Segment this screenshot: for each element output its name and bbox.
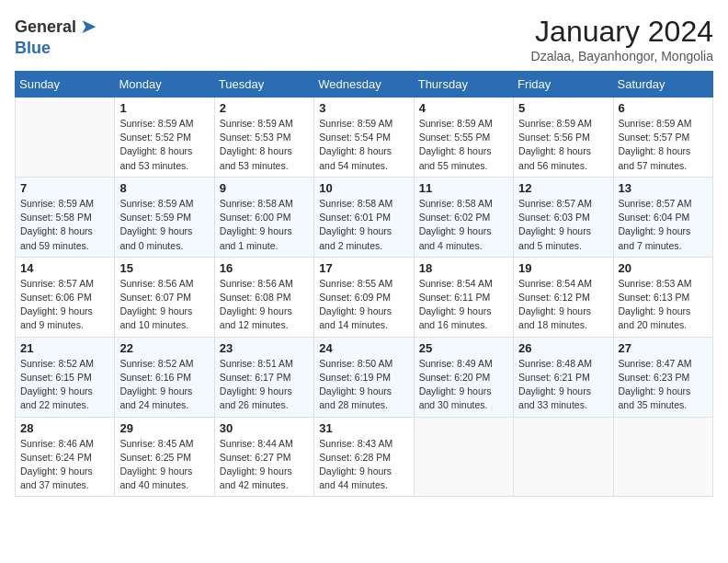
calendar-cell: 23Sunrise: 8:51 AMSunset: 6:17 PMDayligh… (214, 337, 313, 417)
day-number: 10 (319, 181, 408, 195)
day-number: 22 (119, 341, 209, 355)
calendar-cell: 9Sunrise: 8:58 AMSunset: 6:00 PMDaylight… (214, 177, 313, 257)
day-number: 31 (319, 421, 408, 435)
day-number: 3 (319, 101, 408, 115)
calendar-cell: 30Sunrise: 8:44 AMSunset: 6:27 PMDayligh… (214, 417, 313, 497)
day-number: 12 (518, 181, 608, 195)
day-number: 26 (518, 341, 608, 355)
day-number: 19 (518, 261, 608, 275)
day-detail: Sunrise: 8:59 AMSunset: 5:58 PMDaylight:… (20, 197, 109, 253)
day-detail: Sunrise: 8:56 AMSunset: 6:08 PMDaylight:… (220, 277, 309, 333)
calendar-cell: 3Sunrise: 8:59 AMSunset: 5:54 PMDaylight… (314, 98, 414, 178)
calendar-cell: 18Sunrise: 8:54 AMSunset: 6:11 PMDayligh… (414, 257, 513, 337)
calendar-cell: 6Sunrise: 8:59 AMSunset: 5:57 PMDaylight… (613, 98, 712, 178)
day-number: 30 (220, 421, 309, 435)
day-number: 5 (518, 101, 608, 115)
day-detail: Sunrise: 8:47 AMSunset: 6:23 PMDaylight:… (619, 357, 708, 413)
header-wednesday: Wednesday (314, 72, 414, 98)
day-number: 24 (319, 341, 408, 355)
day-number: 11 (419, 181, 508, 195)
day-number: 6 (619, 101, 708, 115)
day-number: 1 (119, 101, 209, 115)
header-monday: Monday (115, 72, 214, 98)
header-thursday: Thursday (414, 72, 513, 98)
page-header: General ➤ Blue January 2024 Dzalaa, Baya… (15, 15, 713, 63)
day-number: 14 (20, 261, 109, 275)
calendar-cell (514, 417, 613, 497)
logo-blue-text: Blue (15, 39, 51, 58)
calendar-cell: 7Sunrise: 8:59 AMSunset: 5:58 PMDaylight… (16, 177, 115, 257)
day-detail: Sunrise: 8:49 AMSunset: 6:20 PMDaylight:… (419, 357, 508, 413)
day-detail: Sunrise: 8:59 AMSunset: 5:52 PMDaylight:… (119, 117, 209, 173)
day-detail: Sunrise: 8:55 AMSunset: 6:09 PMDaylight:… (319, 277, 408, 333)
calendar-cell (613, 417, 712, 497)
calendar-cell (16, 98, 115, 178)
calendar-cell: 26Sunrise: 8:48 AMSunset: 6:21 PMDayligh… (514, 337, 613, 417)
calendar-cell: 27Sunrise: 8:47 AMSunset: 6:23 PMDayligh… (613, 337, 712, 417)
location-title: Dzalaa, Bayanhongor, Mongolia (531, 49, 713, 63)
day-number: 27 (619, 341, 708, 355)
calendar-cell: 10Sunrise: 8:58 AMSunset: 6:01 PMDayligh… (314, 177, 414, 257)
calendar-cell: 28Sunrise: 8:46 AMSunset: 6:24 PMDayligh… (16, 417, 115, 497)
day-number: 9 (220, 181, 309, 195)
calendar-week-row: 21Sunrise: 8:52 AMSunset: 6:15 PMDayligh… (16, 337, 713, 417)
day-detail: Sunrise: 8:45 AMSunset: 6:25 PMDaylight:… (119, 437, 209, 493)
day-number: 28 (20, 421, 109, 435)
day-number: 21 (20, 341, 109, 355)
calendar-cell: 13Sunrise: 8:57 AMSunset: 6:04 PMDayligh… (613, 177, 712, 257)
day-detail: Sunrise: 8:58 AMSunset: 6:00 PMDaylight:… (220, 197, 309, 253)
day-detail: Sunrise: 8:54 AMSunset: 6:12 PMDaylight:… (518, 277, 608, 333)
day-detail: Sunrise: 8:56 AMSunset: 6:07 PMDaylight:… (119, 277, 209, 333)
day-number: 29 (119, 421, 209, 435)
day-detail: Sunrise: 8:59 AMSunset: 5:56 PMDaylight:… (518, 117, 608, 173)
calendar-cell: 24Sunrise: 8:50 AMSunset: 6:19 PMDayligh… (314, 337, 414, 417)
calendar-cell: 17Sunrise: 8:55 AMSunset: 6:09 PMDayligh… (314, 257, 414, 337)
calendar-cell: 21Sunrise: 8:52 AMSunset: 6:15 PMDayligh… (16, 337, 115, 417)
day-number: 18 (419, 261, 508, 275)
logo-general-text: General (15, 17, 76, 37)
day-number: 15 (119, 261, 209, 275)
calendar-header-row: SundayMondayTuesdayWednesdayThursdayFrid… (16, 72, 713, 98)
header-tuesday: Tuesday (214, 72, 313, 98)
calendar-cell: 31Sunrise: 8:43 AMSunset: 6:28 PMDayligh… (314, 417, 414, 497)
day-number: 2 (220, 101, 309, 115)
calendar-cell: 20Sunrise: 8:53 AMSunset: 6:13 PMDayligh… (613, 257, 712, 337)
day-detail: Sunrise: 8:57 AMSunset: 6:06 PMDaylight:… (20, 277, 109, 333)
calendar-week-row: 1Sunrise: 8:59 AMSunset: 5:52 PMDaylight… (16, 98, 713, 178)
day-detail: Sunrise: 8:58 AMSunset: 6:02 PMDaylight:… (419, 197, 508, 253)
calendar-cell: 14Sunrise: 8:57 AMSunset: 6:06 PMDayligh… (16, 257, 115, 337)
calendar-cell: 12Sunrise: 8:57 AMSunset: 6:03 PMDayligh… (514, 177, 613, 257)
calendar-cell: 4Sunrise: 8:59 AMSunset: 5:55 PMDaylight… (414, 98, 513, 178)
day-detail: Sunrise: 8:57 AMSunset: 6:04 PMDaylight:… (619, 197, 708, 253)
day-number: 17 (319, 261, 408, 275)
day-number: 4 (419, 101, 508, 115)
header-sunday: Sunday (16, 72, 115, 98)
calendar-cell: 16Sunrise: 8:56 AMSunset: 6:08 PMDayligh… (214, 257, 313, 337)
logo: General ➤ Blue (15, 15, 97, 58)
calendar-cell: 2Sunrise: 8:59 AMSunset: 5:53 PMDaylight… (214, 98, 313, 178)
day-detail: Sunrise: 8:59 AMSunset: 5:55 PMDaylight:… (419, 117, 508, 173)
day-detail: Sunrise: 8:53 AMSunset: 6:13 PMDaylight:… (619, 277, 708, 333)
day-detail: Sunrise: 8:50 AMSunset: 6:19 PMDaylight:… (319, 357, 408, 413)
calendar-cell: 22Sunrise: 8:52 AMSunset: 6:16 PMDayligh… (115, 337, 214, 417)
month-title: January 2024 (531, 15, 713, 49)
day-detail: Sunrise: 8:57 AMSunset: 6:03 PMDaylight:… (518, 197, 608, 253)
day-detail: Sunrise: 8:52 AMSunset: 6:15 PMDaylight:… (20, 357, 109, 413)
calendar-table: SundayMondayTuesdayWednesdayThursdayFrid… (15, 71, 713, 497)
calendar-cell: 25Sunrise: 8:49 AMSunset: 6:20 PMDayligh… (414, 337, 513, 417)
calendar-cell: 8Sunrise: 8:59 AMSunset: 5:59 PMDaylight… (115, 177, 214, 257)
logo-bird-icon: ➤ (80, 15, 97, 39)
day-number: 13 (619, 181, 708, 195)
calendar-cell: 29Sunrise: 8:45 AMSunset: 6:25 PMDayligh… (115, 417, 214, 497)
day-detail: Sunrise: 8:59 AMSunset: 5:57 PMDaylight:… (619, 117, 708, 173)
day-detail: Sunrise: 8:44 AMSunset: 6:27 PMDaylight:… (220, 437, 309, 493)
day-number: 7 (20, 181, 109, 195)
day-detail: Sunrise: 8:59 AMSunset: 5:54 PMDaylight:… (319, 117, 408, 173)
day-detail: Sunrise: 8:54 AMSunset: 6:11 PMDaylight:… (419, 277, 508, 333)
calendar-cell: 15Sunrise: 8:56 AMSunset: 6:07 PMDayligh… (115, 257, 214, 337)
day-detail: Sunrise: 8:52 AMSunset: 6:16 PMDaylight:… (119, 357, 209, 413)
calendar-cell: 11Sunrise: 8:58 AMSunset: 6:02 PMDayligh… (414, 177, 513, 257)
calendar-week-row: 28Sunrise: 8:46 AMSunset: 6:24 PMDayligh… (16, 417, 713, 497)
calendar-cell: 5Sunrise: 8:59 AMSunset: 5:56 PMDaylight… (514, 98, 613, 178)
day-number: 16 (220, 261, 309, 275)
